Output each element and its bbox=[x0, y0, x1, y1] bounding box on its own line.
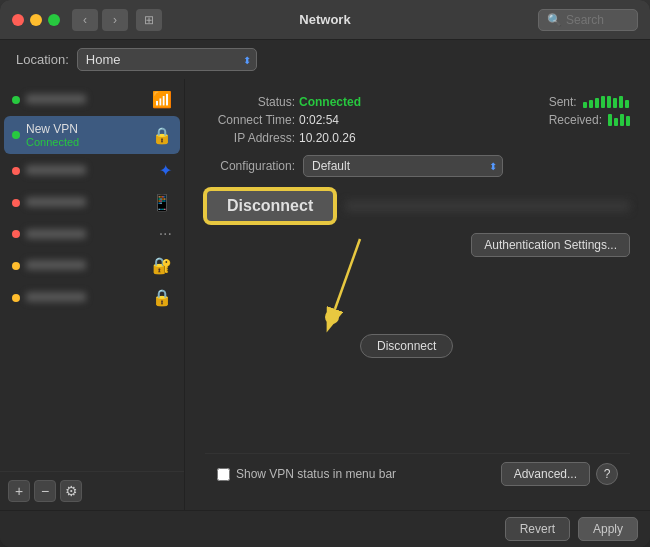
location-select[interactable]: Home bbox=[77, 48, 257, 71]
ip-label: IP Address: bbox=[205, 131, 295, 145]
sidebar-item-1[interactable]: 📶 bbox=[4, 84, 180, 115]
right-status: Sent: Received: bbox=[549, 95, 630, 145]
blurred-name-4 bbox=[26, 197, 86, 207]
close-button[interactable] bbox=[12, 14, 24, 26]
sidebar-item-3[interactable]: ✦ bbox=[4, 155, 180, 186]
sidebar-item-4[interactable]: 📱 bbox=[4, 187, 180, 218]
sent-bars bbox=[583, 96, 629, 108]
status-dot-red-3 bbox=[12, 230, 20, 238]
item-text-4 bbox=[26, 195, 148, 210]
phone-icon: 📱 bbox=[152, 193, 172, 212]
action-bar: Revert Apply bbox=[0, 510, 650, 547]
sent-label: Sent: bbox=[549, 95, 577, 109]
blurred-name-7 bbox=[26, 292, 86, 302]
disconnect-callout-button[interactable]: Disconnect bbox=[360, 334, 453, 358]
status-dot-green bbox=[12, 96, 20, 104]
sent-row: Sent: bbox=[549, 95, 629, 109]
blurred-name-6 bbox=[26, 260, 86, 270]
nav-buttons: ‹ › bbox=[72, 9, 128, 31]
item-text-6 bbox=[26, 258, 148, 273]
network-window: ‹ › ⊞ Network 🔍 Location: Home bbox=[0, 0, 650, 547]
received-label: Received: bbox=[549, 113, 602, 127]
blurred-name bbox=[26, 94, 86, 104]
sidebar: 📶 New VPN Connected 🔒 bbox=[0, 79, 185, 510]
status-dot-green-2 bbox=[12, 131, 20, 139]
status-dot-yellow-2 bbox=[12, 294, 20, 302]
title-bar: ‹ › ⊞ Network 🔍 bbox=[0, 0, 650, 40]
received-bars bbox=[608, 114, 630, 126]
config-select-wrap: Default bbox=[303, 155, 503, 177]
sidebar-item-6[interactable]: 🔐 bbox=[4, 250, 180, 281]
auth-settings-button[interactable]: Authentication Settings... bbox=[471, 233, 630, 257]
advanced-button[interactable]: Advanced... bbox=[501, 462, 590, 486]
traffic-lights bbox=[12, 14, 60, 26]
config-select[interactable]: Default bbox=[303, 155, 503, 177]
wifi-icon: 📶 bbox=[152, 90, 172, 109]
maximize-button[interactable] bbox=[48, 14, 60, 26]
connect-time-label: Connect Time: bbox=[205, 113, 295, 127]
ip-value: 10.20.0.26 bbox=[299, 131, 356, 145]
blurred-fields bbox=[345, 202, 630, 210]
sidebar-bottom: + − ⚙ bbox=[0, 471, 184, 510]
blurred-field-2 bbox=[345, 208, 630, 210]
lock2-icon: 🔒 bbox=[152, 288, 172, 307]
vpn2-icon: 🔐 bbox=[152, 256, 172, 275]
connect-time-value: 0:02:54 bbox=[299, 113, 339, 127]
right-panel: Status: Connected Connect Time: 0:02:54 … bbox=[185, 79, 650, 510]
lock-icon: 🔒 bbox=[152, 126, 172, 145]
location-label: Location: bbox=[16, 52, 69, 67]
search-box[interactable]: 🔍 bbox=[538, 9, 638, 31]
back-button[interactable]: ‹ bbox=[72, 9, 98, 31]
blurred-name-5 bbox=[26, 229, 86, 239]
blurred-field-1 bbox=[345, 202, 630, 204]
status-row: Status: Connected bbox=[205, 95, 361, 109]
status-section: Status: Connected Connect Time: 0:02:54 … bbox=[205, 95, 630, 145]
apply-button[interactable]: Apply bbox=[578, 517, 638, 541]
item-text-3 bbox=[26, 163, 155, 178]
item-text bbox=[26, 92, 148, 107]
location-select-wrap: Home bbox=[77, 48, 257, 71]
item-text-vpn: New VPN Connected bbox=[26, 122, 148, 148]
spacer bbox=[205, 269, 630, 453]
minimize-button[interactable] bbox=[30, 14, 42, 26]
revert-button[interactable]: Revert bbox=[505, 517, 570, 541]
gear-button[interactable]: ⚙ bbox=[60, 480, 82, 502]
bottom-right-buttons: Advanced... ? bbox=[501, 462, 618, 486]
config-label: Configuration: bbox=[205, 159, 295, 173]
show-vpn-label: Show VPN status in menu bar bbox=[236, 467, 396, 481]
disconnect-button[interactable]: Disconnect bbox=[205, 189, 335, 223]
status-dot-yellow bbox=[12, 262, 20, 270]
help-button[interactable]: ? bbox=[596, 463, 618, 485]
window-title: Network bbox=[299, 12, 350, 27]
status-dot-red bbox=[12, 167, 20, 175]
sidebar-item-7[interactable]: 🔒 bbox=[4, 282, 180, 313]
item-text-7 bbox=[26, 290, 148, 305]
status-label: Status: bbox=[205, 95, 295, 109]
add-network-button[interactable]: + bbox=[8, 480, 30, 502]
forward-button[interactable]: › bbox=[102, 9, 128, 31]
auth-row: Authentication Settings... bbox=[205, 233, 630, 257]
grid-button[interactable]: ⊞ bbox=[136, 9, 162, 31]
status-value: Connected bbox=[299, 95, 361, 109]
show-vpn-checkbox[interactable] bbox=[217, 468, 230, 481]
disconnect-row: Disconnect bbox=[205, 189, 630, 223]
location-bar: Location: Home bbox=[0, 40, 650, 79]
search-input[interactable] bbox=[566, 13, 636, 27]
bluetooth-icon: ✦ bbox=[159, 161, 172, 180]
ip-row: IP Address: 10.20.0.26 bbox=[205, 131, 361, 145]
status-dot-red-2 bbox=[12, 199, 20, 207]
disconnect-callout-wrap: Disconnect bbox=[360, 334, 453, 358]
main-content: 📶 New VPN Connected 🔒 bbox=[0, 79, 650, 510]
search-icon: 🔍 bbox=[547, 13, 562, 27]
blurred-name-3 bbox=[26, 165, 86, 175]
sidebar-item-5[interactable]: ··· bbox=[4, 219, 180, 249]
item-text-5 bbox=[26, 227, 155, 242]
connect-time-row: Connect Time: 0:02:54 bbox=[205, 113, 361, 127]
sidebar-list: 📶 New VPN Connected 🔒 bbox=[0, 79, 184, 471]
remove-network-button[interactable]: − bbox=[34, 480, 56, 502]
received-row: Received: bbox=[549, 113, 630, 127]
item-subtitle-vpn: Connected bbox=[26, 136, 148, 148]
bottom-bar: Show VPN status in menu bar Advanced... … bbox=[205, 453, 630, 494]
sidebar-item-vpn[interactable]: New VPN Connected 🔒 bbox=[4, 116, 180, 154]
config-row: Configuration: Default bbox=[205, 155, 630, 177]
